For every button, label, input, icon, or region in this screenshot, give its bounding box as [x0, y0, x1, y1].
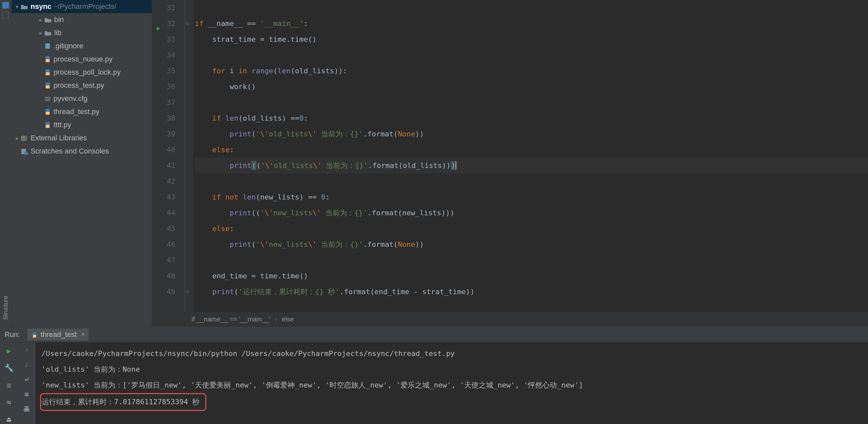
- project-root[interactable]: ▾ nsync ~/PycharmProjects/: [11, 0, 152, 13]
- code-line[interactable]: [195, 95, 868, 111]
- tree-item[interactable]: ▸.gitignore: [11, 39, 152, 53]
- chevron-right-icon[interactable]: ▸: [37, 30, 44, 36]
- run-toolbar-right: ↑ ↓ ⤶ ≡ 🖶: [18, 342, 35, 424]
- run-tab[interactable]: thread_test ×: [28, 329, 88, 340]
- tree-item[interactable]: ▸pyvenv.cfg: [11, 92, 152, 105]
- code-line[interactable]: print(('\'new_lists\' 当前为：{}'.format(new…: [195, 205, 868, 221]
- wrench-icon[interactable]: 🔧: [4, 363, 14, 373]
- external-libraries[interactable]: ▸ External Libraries: [11, 131, 152, 145]
- rerun-icon[interactable]: ▶: [4, 346, 14, 356]
- scroll-icon[interactable]: ≡: [24, 390, 29, 398]
- soft-wrap-icon[interactable]: ⤶: [24, 375, 30, 384]
- svg-rect-6: [25, 136, 27, 141]
- layout-icon[interactable]: ⇆: [4, 397, 14, 407]
- line-number-gutter[interactable]: 31▶323334353637383940414243444546474849: [152, 0, 185, 312]
- tree-item[interactable]: ▸process_test.py: [11, 79, 152, 92]
- python-icon: [31, 330, 38, 339]
- tree-item-label: process_poll_lock.py: [54, 68, 121, 77]
- python-file-icon: [44, 56, 51, 62]
- folder-icon: [44, 29, 52, 37]
- code-line[interactable]: [195, 0, 868, 16]
- tool-icon[interactable]: [2, 12, 9, 19]
- console-output[interactable]: /Users/caoke/PycharmProjects/nsync/bin/p…: [35, 342, 868, 424]
- tree-item[interactable]: ▸process_poll_lock.py: [11, 66, 152, 79]
- chevron-right-icon[interactable]: ▸: [13, 135, 21, 141]
- fold-icon[interactable]: ⊟: [186, 20, 189, 27]
- code-line[interactable]: [195, 47, 868, 63]
- run-line-icon[interactable]: ▶: [157, 20, 160, 36]
- code-line[interactable]: print(('\'old_lists\' 当前为：{}'.format(old…: [195, 158, 868, 174]
- code-line[interactable]: work(): [195, 79, 868, 95]
- tree-item-label: process_test.py: [54, 81, 104, 90]
- svg-rect-4: [21, 136, 23, 141]
- code-line[interactable]: else:: [195, 221, 868, 237]
- tree-item[interactable]: ▸thread_test.py: [11, 105, 152, 118]
- svg-rect-2: [45, 99, 50, 99]
- code-line[interactable]: if len(old_lists) ==0:: [195, 111, 868, 126]
- code-line[interactable]: print('\'old_lists\' 当前为：{}'.format(None…: [195, 126, 868, 142]
- code-line[interactable]: print('运行结束，累计耗时：{} 秒'.format(end_time -…: [195, 284, 868, 300]
- tree-item-label: thread_test.py: [54, 108, 99, 116]
- chevron-right-icon: ›: [275, 315, 277, 323]
- svg-rect-1: [45, 97, 50, 98]
- print-icon[interactable]: 🖶: [23, 405, 30, 413]
- tree-item-label: pyvenv.cfg: [54, 94, 88, 103]
- code-line[interactable]: for i in range(len(old_lists)):: [195, 63, 868, 79]
- left-tool-stripe: Structure: [0, 0, 11, 326]
- fold-column[interactable]: ⊟⊟: [185, 0, 193, 312]
- chevron-down-icon[interactable]: ▾: [13, 4, 21, 10]
- console-line: 'new_lists' 当前为：['罗马假日_new', '天使爱美丽_new'…: [41, 377, 862, 393]
- folder-icon: [44, 16, 52, 24]
- tree-item[interactable]: ▸process_nueue.py: [11, 53, 152, 66]
- up-icon[interactable]: ↑: [24, 346, 29, 354]
- close-icon[interactable]: ×: [82, 331, 85, 338]
- project-path: ~/PycharmProjects/: [54, 2, 116, 11]
- breadcrumb-item[interactable]: else: [282, 315, 294, 323]
- run-toolbar-left: ▶ 🔧 ■ ⇆ ⏏: [0, 342, 18, 424]
- tree-item[interactable]: ▸lib: [11, 26, 152, 39]
- scratches-icon: [21, 147, 28, 155]
- run-panel: Run: thread_test × ▶ 🔧 ■ ⇆ ⏏ ↑ ↓ ⤶ ≡ 🖶 /…: [0, 326, 868, 424]
- breadcrumb[interactable]: if __name__ == '__main__' › else: [152, 312, 868, 326]
- code-line[interactable]: else:: [195, 142, 868, 158]
- python-file-icon: [44, 69, 51, 75]
- scratches-and-consoles[interactable]: ▸ Scratches and Consoles: [11, 145, 152, 158]
- code-line[interactable]: strat_time = time.time(): [195, 32, 868, 47]
- tree-item[interactable]: ▸bin: [11, 13, 152, 26]
- exit-icon[interactable]: ⏏: [4, 414, 14, 424]
- svg-rect-5: [23, 136, 25, 141]
- breadcrumb-item[interactable]: if __name__ == '__main__': [191, 315, 270, 323]
- run-tab-label: thread_test: [40, 330, 76, 339]
- config-file-icon: [44, 94, 51, 103]
- tree-item-label: .gitignore: [54, 42, 84, 50]
- folder-icon: [21, 2, 28, 11]
- tree-item-label: process_nueue.py: [54, 55, 113, 63]
- run-panel-header: Run: thread_test ×: [0, 327, 868, 342]
- project-tree[interactable]: ▾ nsync ~/PycharmProjects/ ▸bin▸lib▸.git…: [11, 0, 152, 158]
- code-editor[interactable]: if __name__ == '__main__': strat_time = …: [193, 0, 868, 312]
- code-line[interactable]: print('\'new_lists\' 当前为：{}'.format(None…: [195, 237, 868, 252]
- code-line[interactable]: [195, 174, 868, 189]
- down-icon[interactable]: ↓: [24, 361, 29, 369]
- structure-tool-label[interactable]: Structure: [2, 296, 9, 320]
- run-label: Run:: [5, 330, 20, 339]
- library-icon: [21, 134, 28, 142]
- console-line: 'old_lists' 当前为：None: [41, 362, 862, 377]
- external-libraries-label: External Libraries: [31, 134, 87, 142]
- svg-rect-3: [45, 100, 50, 101]
- code-line[interactable]: [195, 252, 868, 268]
- chevron-right-icon[interactable]: ▸: [37, 17, 44, 23]
- scratches-label: Scratches and Consoles: [31, 147, 109, 155]
- project-tool-icon[interactable]: [2, 2, 9, 8]
- stop-icon[interactable]: ■: [4, 380, 14, 390]
- fold-icon[interactable]: ⊟: [186, 289, 189, 295]
- tree-item[interactable]: ▸tttt.py: [11, 118, 152, 131]
- python-file-icon: [44, 109, 51, 115]
- code-line[interactable]: if __name__ == '__main__':: [195, 16, 868, 32]
- project-name: nsync: [31, 2, 52, 11]
- gitignore-file-icon: [44, 43, 51, 49]
- python-file-icon: [44, 82, 51, 89]
- code-line[interactable]: end_time = time.time(): [195, 268, 868, 284]
- tree-item-label: bin: [54, 16, 64, 24]
- code-line[interactable]: if not len(new_lists) == 0:: [195, 189, 868, 205]
